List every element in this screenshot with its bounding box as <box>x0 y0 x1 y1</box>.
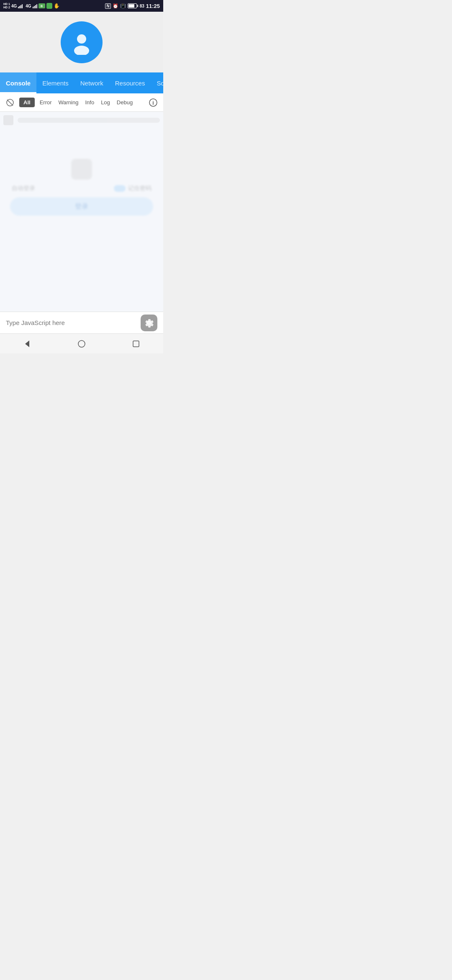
settings-button[interactable] <box>141 315 157 331</box>
recents-icon <box>132 340 140 348</box>
network1-label: 4G <box>11 4 17 8</box>
filter-warning-button[interactable]: Warning <box>57 98 80 107</box>
clear-icon <box>6 98 14 107</box>
network2-label: 4G <box>26 4 31 8</box>
ghost-text-1 <box>18 118 160 123</box>
filter-all-label: All <box>23 99 31 106</box>
signal-bars-2 <box>33 3 37 8</box>
filter-info-button[interactable]: Info <box>83 98 96 107</box>
svg-line-3 <box>7 100 13 106</box>
home-icon <box>77 339 86 348</box>
svg-rect-8 <box>133 341 139 347</box>
hd1-label: HD 1 <box>3 3 10 6</box>
javascript-input[interactable] <box>6 319 136 326</box>
console-filter-bar: All Error Warning Info Log Debug i <box>0 93 163 112</box>
status-bar: HD 1 HD 2 4G 4G B ✋ N ⏰ 📳 <box>0 0 163 12</box>
nfc-icon: N <box>105 3 110 9</box>
svg-point-1 <box>74 46 89 55</box>
status-right: N ⏰ 📳 83 11:25 <box>105 3 160 9</box>
battery-percent: 83 <box>140 4 144 8</box>
navigation-bar <box>0 333 163 353</box>
filter-debug-button[interactable]: Debug <box>115 98 134 107</box>
green-icon <box>46 3 52 9</box>
svg-marker-6 <box>25 340 29 347</box>
bar1 <box>33 7 33 8</box>
svg-point-7 <box>78 340 85 347</box>
console-input-bar <box>0 312 163 333</box>
bar2 <box>19 6 20 8</box>
tab-console-label: Console <box>6 80 31 87</box>
battery-indicator <box>128 3 138 8</box>
main-wrapper: Console Elements Network Resources Sourc… <box>0 12 163 353</box>
remember-option: 记住密码 <box>114 185 152 192</box>
ghost-row-1 <box>3 115 160 125</box>
bar2 <box>34 6 35 8</box>
tab-network-label: Network <box>80 80 103 87</box>
hd2-label: HD 2 <box>3 6 10 9</box>
bar4 <box>22 4 23 8</box>
bar3 <box>21 5 21 8</box>
remember-label: 记住密码 <box>128 185 152 192</box>
status-left: HD 1 HD 2 4G 4G B ✋ <box>3 3 60 9</box>
svg-point-0 <box>77 34 86 44</box>
tab-network[interactable]: Network <box>74 72 109 93</box>
bar3 <box>35 5 36 8</box>
ghost-icon-1 <box>3 115 13 125</box>
bar1 <box>18 7 19 8</box>
avatar-person-icon <box>69 30 94 55</box>
info-circle-icon: i <box>149 98 158 107</box>
filter-error-label: Error <box>40 99 52 106</box>
form-icon-row <box>3 159 160 180</box>
filter-all-button[interactable]: All <box>19 98 35 107</box>
filter-log-button[interactable]: Log <box>99 98 112 107</box>
vibrate-icon: 📳 <box>120 3 126 9</box>
tab-sources[interactable]: Sources <box>151 72 163 93</box>
tab-elements-label: Elements <box>42 80 69 87</box>
submit-label: 登录 <box>75 202 88 211</box>
submit-button: 登录 <box>10 197 153 216</box>
recents-button[interactable] <box>123 335 149 352</box>
svg-text:i: i <box>152 100 154 106</box>
page-background <box>0 12 163 72</box>
auto-login-label: 自动登录 <box>12 185 35 192</box>
remember-toggle <box>114 185 126 192</box>
tab-elements[interactable]: Elements <box>36 72 74 93</box>
signal-bars-1 <box>18 3 23 8</box>
tab-console[interactable]: Console <box>0 72 36 93</box>
gear-icon <box>144 318 154 328</box>
filter-error-button[interactable]: Error <box>38 98 54 107</box>
boss-icon: B <box>39 3 45 8</box>
form-options-row: 自动登录 记住密码 <box>3 185 160 192</box>
bar4 <box>36 4 37 8</box>
back-icon <box>23 339 32 348</box>
filter-info-label: Info <box>85 99 94 106</box>
home-button[interactable] <box>69 335 94 352</box>
filter-warning-label: Warning <box>59 99 79 106</box>
avatar <box>61 21 103 63</box>
filter-debug-label: Debug <box>117 99 133 106</box>
tab-resources-label: Resources <box>115 80 145 87</box>
console-content: 自动登录 记住密码 登录 <box>0 112 163 312</box>
console-info-button[interactable]: i <box>147 97 159 108</box>
tab-sources-label: Sources <box>157 80 163 87</box>
alarm-icon: ⏰ <box>113 3 118 9</box>
tab-resources[interactable]: Resources <box>109 72 151 93</box>
devtools-tab-bar: Console Elements Network Resources Sourc… <box>0 72 163 93</box>
form-lock-icon <box>71 159 92 180</box>
hand-icon: ✋ <box>54 3 60 9</box>
filter-clear-button[interactable] <box>4 97 16 108</box>
hd-badge: HD 1 HD 2 <box>3 3 10 9</box>
time-display: 11:25 <box>146 3 160 9</box>
filter-log-label: Log <box>101 99 110 106</box>
blurred-login-form: 自动登录 记住密码 登录 <box>3 159 160 216</box>
back-button[interactable] <box>15 335 40 352</box>
